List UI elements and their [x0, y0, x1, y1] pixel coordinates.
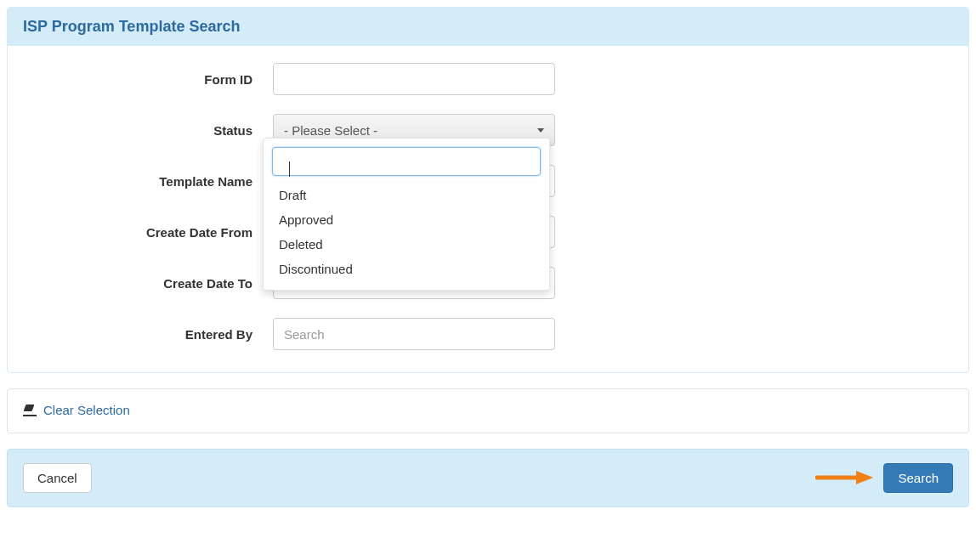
chevron-down-icon — [537, 128, 544, 133]
cancel-button[interactable]: Cancel — [23, 463, 92, 493]
clear-selection-panel: Clear Selection — [7, 388, 969, 433]
svg-marker-1 — [856, 471, 873, 484]
label-status: Status — [18, 123, 273, 138]
row-entered-by: Entered By — [18, 318, 958, 350]
label-create-date-to: Create Date To — [18, 276, 273, 291]
label-create-date-from: Create Date From — [18, 225, 273, 240]
label-form-id: Form ID — [18, 72, 273, 87]
row-form-id: Form ID — [18, 63, 958, 95]
status-dropdown: Draft Approved Deleted Discontinued — [263, 138, 550, 291]
search-panel: ISP Program Template Search Form ID Stat… — [7, 7, 969, 373]
search-button[interactable]: Search — [883, 463, 953, 493]
panel-body: Form ID Status - Please Select - Templat… — [8, 46, 968, 372]
status-option-deleted[interactable]: Deleted — [272, 232, 541, 257]
status-option-discontinued[interactable]: Discontinued — [272, 257, 541, 281]
label-template-name: Template Name — [18, 174, 273, 189]
status-option-approved[interactable]: Approved — [272, 207, 541, 232]
input-form-id[interactable] — [273, 63, 555, 95]
select-status-value: - Please Select - — [284, 123, 377, 138]
text-cursor-icon — [289, 161, 290, 177]
input-entered-by[interactable] — [273, 318, 555, 350]
panel-title: ISP Program Template Search — [8, 8, 968, 46]
label-entered-by: Entered By — [18, 327, 273, 342]
clear-selection-label: Clear Selection — [43, 403, 130, 417]
status-dropdown-list: Draft Approved Deleted Discontinued — [272, 183, 541, 281]
status-option-draft[interactable]: Draft — [272, 183, 541, 207]
clear-selection-link[interactable]: Clear Selection — [23, 403, 130, 417]
arrow-right-icon — [815, 469, 875, 486]
eraser-icon — [23, 404, 37, 416]
action-bar: Cancel Search — [7, 449, 969, 507]
status-dropdown-search[interactable] — [272, 147, 541, 176]
